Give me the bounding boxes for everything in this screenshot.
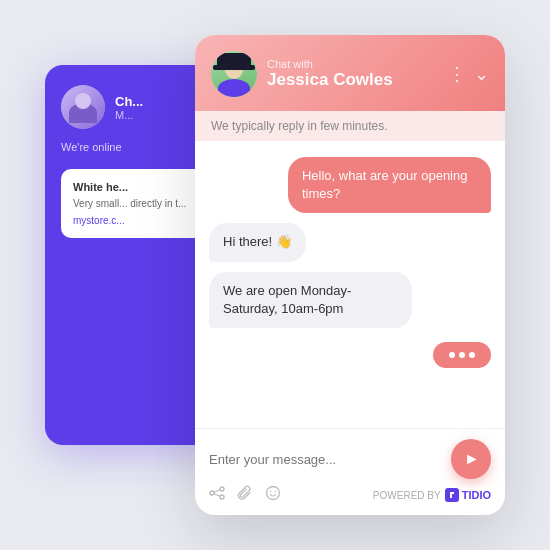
tidio-icon bbox=[445, 488, 459, 502]
svg-point-7 bbox=[275, 491, 277, 493]
toolbar-icons bbox=[209, 485, 281, 505]
powered-by-text: POWERED BY bbox=[373, 490, 441, 501]
attachment-icon[interactable] bbox=[237, 485, 253, 505]
send-icon: ► bbox=[464, 450, 480, 468]
chevron-down-icon[interactable]: ⌄ bbox=[474, 63, 489, 85]
toolbar-row: POWERED BY TIDIO bbox=[209, 479, 491, 505]
user-message-1: Hello, what are your opening times? bbox=[288, 157, 491, 213]
agent-message-2: We are open Monday-Saturday, 10am-6pm bbox=[209, 272, 412, 328]
chat-header: Chat with Jessica Cowles ⋮ ⌄ bbox=[195, 35, 505, 111]
back-card-subtitle: M... bbox=[115, 109, 143, 121]
powered-by: POWERED BY TIDIO bbox=[373, 488, 491, 502]
agent-message-1: Hi there! 👋 bbox=[209, 223, 306, 261]
svg-line-4 bbox=[214, 494, 220, 496]
header-actions: ⋮ ⌄ bbox=[448, 63, 489, 85]
send-button[interactable]: ► bbox=[451, 439, 491, 479]
input-row: ► bbox=[209, 439, 491, 479]
typing-indicator bbox=[209, 342, 491, 368]
svg-point-5 bbox=[267, 487, 280, 500]
svg-line-3 bbox=[214, 490, 220, 492]
back-card-title: Ch... bbox=[115, 94, 143, 109]
input-area: ► bbox=[195, 428, 505, 515]
emoji-icon[interactable] bbox=[265, 485, 281, 505]
back-avatar bbox=[61, 85, 105, 129]
typing-bubble bbox=[433, 342, 491, 368]
chat-with-label: Chat with bbox=[267, 58, 438, 70]
tidio-logo: TIDIO bbox=[445, 488, 491, 502]
network-icon[interactable] bbox=[209, 485, 225, 505]
svg-point-1 bbox=[220, 487, 224, 491]
chat-subheader: We typically reply in few minutes. bbox=[195, 111, 505, 141]
more-options-icon[interactable]: ⋮ bbox=[448, 63, 466, 85]
reply-time-text: We typically reply in few minutes. bbox=[211, 119, 388, 133]
typing-dot-1 bbox=[449, 352, 455, 358]
chat-card: Chat with Jessica Cowles ⋮ ⌄ We typicall… bbox=[195, 35, 505, 515]
message-row: Hello, what are your opening times? bbox=[209, 157, 491, 213]
message-row: Hi there! 👋 bbox=[209, 223, 491, 261]
svg-point-0 bbox=[210, 491, 214, 495]
svg-point-6 bbox=[270, 491, 272, 493]
tidio-brand-name: TIDIO bbox=[462, 489, 491, 501]
message-input[interactable] bbox=[209, 446, 443, 473]
typing-dot-2 bbox=[459, 352, 465, 358]
messages-area: Hello, what are your opening times? Hi t… bbox=[195, 141, 505, 428]
message-row: We are open Monday-Saturday, 10am-6pm bbox=[209, 272, 491, 328]
agent-name: Jessica Cowles bbox=[267, 70, 438, 90]
svg-point-2 bbox=[220, 495, 224, 499]
agent-avatar bbox=[211, 51, 257, 97]
typing-dot-3 bbox=[469, 352, 475, 358]
chat-header-info: Chat with Jessica Cowles bbox=[267, 58, 438, 90]
